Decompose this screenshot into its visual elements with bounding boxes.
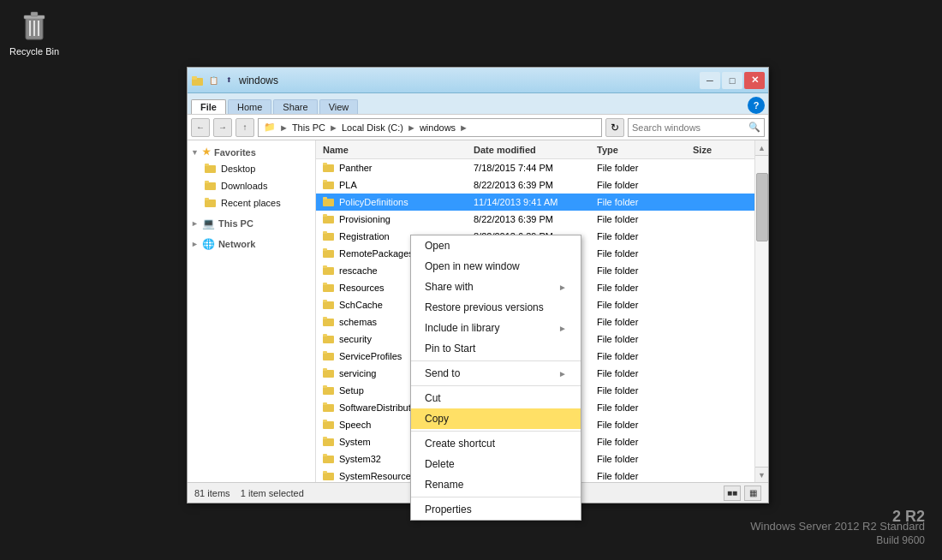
nav-item-downloads[interactable]: Downloads: [188, 177, 315, 194]
file-row[interactable]: Panther 7/18/2015 7:44 PM File folder: [316, 159, 754, 176]
context-menu-item-rename[interactable]: Rename: [411, 474, 581, 495]
file-name-text: Setup: [339, 385, 364, 396]
file-name-cell: Panther: [316, 162, 467, 174]
tab-view[interactable]: View: [319, 99, 359, 114]
title-icon-3: ⬆: [222, 74, 236, 86]
desktop-folder-icon: [205, 163, 217, 175]
favorites-header[interactable]: ▼ ★ Favorites: [188, 144, 315, 160]
nav-item-desktop[interactable]: Desktop: [188, 160, 315, 177]
svg-rect-13: [205, 198, 209, 200]
file-date-cell: 7/18/2015 7:44 PM: [467, 163, 590, 173]
watermark-title: Windows Server 2012 R2 Standard: [750, 520, 925, 533]
view-details-button[interactable]: ■■: [724, 486, 741, 501]
back-button[interactable]: ←: [191, 118, 210, 137]
svg-rect-31: [323, 300, 327, 302]
context-menu-item-create-shortcut[interactable]: Create shortcut: [411, 433, 581, 454]
context-menu-item-copy[interactable]: Copy: [411, 408, 581, 429]
file-type-cell: File folder: [590, 385, 686, 396]
file-row[interactable]: Provisioning 8/22/2013 6:39 PM File fold…: [316, 211, 754, 228]
network-header[interactable]: ► 🌐 Network: [188, 235, 315, 253]
scrollbar-track[interactable]: ▲ ▼: [754, 140, 768, 482]
col-header-type[interactable]: Type: [590, 145, 686, 155]
title-bar: 📋 ⬆ windows ─ □ ✕: [188, 68, 768, 93]
context-menu-item-cut[interactable]: Cut: [411, 388, 581, 408]
ctx-item-label: Open in new window: [425, 260, 520, 272]
path-sep-1: ►: [279, 122, 289, 133]
title-bar-controls: ─ □ ✕: [700, 72, 765, 89]
col-header-size[interactable]: Size: [686, 145, 754, 155]
file-name-text: servicing: [339, 368, 376, 378]
tab-file[interactable]: File: [191, 99, 226, 114]
view-large-icon-button[interactable]: ▦: [744, 486, 761, 501]
ctx-item-label: Properties: [425, 503, 472, 515]
context-menu-item-pin-to-start[interactable]: Pin to Start: [411, 338, 581, 359]
svg-rect-12: [205, 200, 216, 207]
path-windows[interactable]: windows: [420, 122, 456, 133]
maximize-button[interactable]: □: [722, 72, 742, 89]
file-folder-icon: [323, 470, 335, 482]
search-box[interactable]: 🔍: [628, 118, 765, 137]
file-folder-icon: [323, 436, 335, 448]
context-menu-item-properties[interactable]: Properties: [411, 499, 581, 520]
search-icon[interactable]: 🔍: [748, 122, 760, 133]
forward-button[interactable]: →: [213, 118, 232, 137]
close-button[interactable]: ✕: [744, 72, 765, 89]
context-menu-item-open-in-new-window[interactable]: Open in new window: [411, 256, 581, 277]
file-type-cell: File folder: [590, 283, 686, 293]
svg-rect-10: [205, 182, 216, 190]
col-header-date[interactable]: Date modified: [467, 145, 590, 155]
path-sep-4: ►: [459, 122, 468, 133]
context-menu-item-share-with[interactable]: Share with►: [411, 277, 581, 297]
tab-home[interactable]: Home: [228, 99, 271, 114]
context-menu: OpenOpen in new windowShare with►Restore…: [410, 235, 581, 521]
svg-rect-51: [323, 471, 327, 474]
nav-item-recent[interactable]: Recent places: [188, 194, 315, 211]
context-menu-item-send-to[interactable]: Send to►: [411, 363, 581, 384]
svg-rect-27: [323, 265, 327, 268]
help-button[interactable]: ?: [748, 97, 765, 114]
submenu-arrow: ►: [558, 369, 567, 378]
thispc-icon: 💻: [202, 217, 215, 229]
file-folder-icon: [323, 419, 335, 431]
svg-rect-18: [323, 199, 334, 206]
up-button[interactable]: ↑: [236, 118, 254, 137]
title-bar-icon-group: 📋 ⬆: [191, 74, 236, 86]
scrollbar-thumb[interactable]: [756, 173, 768, 241]
svg-rect-42: [323, 404, 334, 412]
file-row[interactable]: PolicyDefinitions 11/14/2013 9:41 AM Fil…: [316, 194, 754, 211]
file-row[interactable]: PLA 8/22/2013 6:39 PM File folder: [316, 176, 754, 194]
thispc-header[interactable]: ► 💻 This PC: [188, 215, 315, 232]
file-type-cell: File folder: [590, 265, 686, 276]
minimize-button[interactable]: ─: [700, 72, 720, 89]
context-menu-item-restore-previous-versions[interactable]: Restore previous versions: [411, 297, 581, 318]
ctx-item-label: Restore previous versions: [425, 301, 544, 313]
path-thispc[interactable]: This PC: [292, 122, 325, 133]
path-localc[interactable]: Local Disk (C:): [342, 122, 403, 133]
file-date-cell: 11/14/2013 9:41 AM: [467, 197, 590, 207]
file-folder-icon: [323, 453, 335, 465]
context-menu-item-include-in-library[interactable]: Include in library►: [411, 318, 581, 338]
address-path[interactable]: 📁 ► This PC ► Local Disk (C:) ► windows …: [258, 118, 602, 137]
ctx-item-label: Send to: [425, 367, 460, 379]
svg-rect-44: [323, 421, 334, 429]
context-menu-item-open[interactable]: Open: [411, 235, 581, 256]
scroll-down-button[interactable]: ▼: [755, 467, 768, 482]
file-type-cell: File folder: [590, 334, 686, 344]
col-header-name[interactable]: Name: [316, 145, 467, 155]
file-type-cell: File folder: [590, 248, 686, 259]
svg-rect-19: [323, 197, 327, 200]
recycle-bin[interactable]: Recycle Bin: [9, 9, 60, 57]
ctx-item-label: Delete: [425, 458, 455, 470]
svg-rect-9: [205, 164, 209, 166]
refresh-button[interactable]: ↻: [605, 118, 624, 137]
context-menu-item-delete[interactable]: Delete: [411, 454, 581, 474]
thispc-label: This PC: [218, 218, 253, 229]
ctx-item-label: Rename: [425, 479, 463, 491]
svg-rect-43: [323, 402, 327, 405]
scroll-up-button[interactable]: ▲: [755, 140, 768, 156]
search-input[interactable]: [632, 122, 745, 133]
recycle-bin-label: Recycle Bin: [9, 46, 59, 57]
file-folder-icon: [323, 179, 335, 191]
file-folder-icon: [323, 316, 335, 328]
tab-share[interactable]: Share: [273, 99, 317, 114]
